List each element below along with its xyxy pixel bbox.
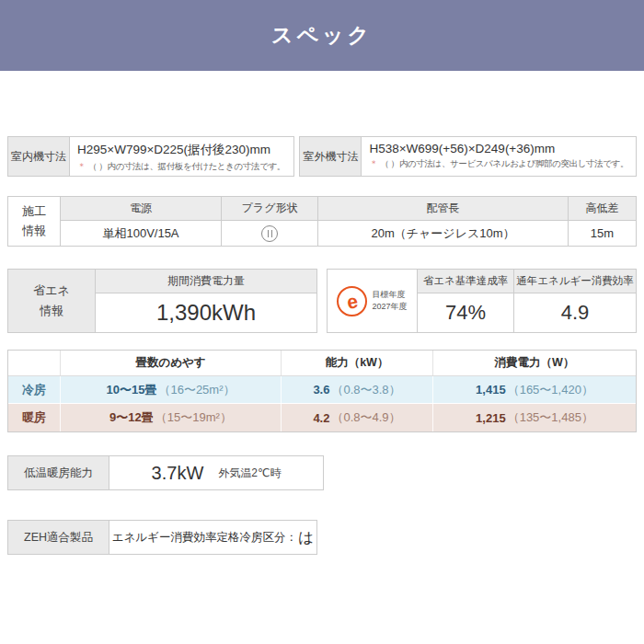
heating-row: 暖房 9〜12畳（15〜19m²） 4.2（0.8〜4.9） 1,215（135…: [8, 404, 636, 431]
heating-tatami-cell: 9〜12畳（15〜19m²）: [61, 404, 282, 431]
achievement-rate-header: 省エネ基準達成率: [418, 270, 513, 293]
outdoor-dimensions-note: ＊（ ）内の寸法は、サービスパネルおよび脚部の突出し寸法です。: [369, 158, 628, 170]
period-consumption-value: 1,390kWh: [96, 293, 316, 332]
apf-value: 4.9: [514, 293, 636, 332]
page-title: スペック: [271, 21, 373, 50]
period-consumption-header: 期間消費電力量: [96, 270, 316, 293]
construction-label-line2: 情報: [22, 222, 46, 240]
cooling-row: 冷房 10〜15畳（16〜25m²） 3.6（0.8〜3.8） 1,415（16…: [8, 376, 636, 404]
spec-content: 室内機寸法 H295×W799×D225(据付後230)mm ＊（ ）内の寸法は…: [0, 136, 644, 555]
performance-table: 畳数のめやす 能力（kW） 消費電力（W） 冷房 10〜15畳（16〜25m²）…: [7, 350, 637, 432]
achievement-rate-value: 74%: [418, 293, 513, 332]
outdoor-dimensions-row: 室外機寸法 H538×W699(+56)×D249(+36)mm ＊（ ）内の寸…: [299, 136, 637, 177]
low-temp-heating-label: 低温暖房能力: [8, 456, 109, 489]
indoor-dimensions-row: 室内機寸法 H295×W799×D225(据付後230)mm ＊（ ）内の寸法は…: [7, 136, 294, 177]
cooling-power-value: 1,415: [476, 383, 506, 397]
target-year-value: 2027年度: [372, 302, 407, 311]
period-consumption-column: 期間消費電力量 1,390kWh: [96, 270, 316, 332]
apf-column: 通年エネルギー消費効率 4.9: [514, 270, 636, 332]
indoor-dimensions-value: H295×W799×D225(据付後230)mm: [77, 142, 286, 158]
plug-shape-cell: [222, 221, 318, 246]
indoor-dimensions-label: 室内機寸法: [8, 137, 70, 176]
capacity-header: 能力（kW）: [282, 351, 433, 375]
power-header: 消費電力（W）: [433, 351, 636, 375]
indoor-dimensions-note: ＊（ ）内の寸法は、据付板を付けたときの寸法です。: [77, 161, 286, 173]
dimensions-section: 室内機寸法 H295×W799×D225(据付後230)mm ＊（ ）内の寸法は…: [7, 136, 637, 177]
height-difference-value: 15m: [569, 221, 636, 246]
heating-power-cell: 1,215（135〜1,485）: [433, 404, 636, 431]
zeh-category-grade: は: [298, 527, 314, 548]
indoor-dimensions-note-text: （ ）内の寸法は、据付板を付けたときの寸法です。: [88, 161, 285, 171]
cooling-capacity-range: （0.8〜3.8）: [331, 382, 400, 398]
outdoor-dimensions-label: 室外機寸法: [300, 137, 362, 176]
zeh-label: ZEH適合製品: [8, 521, 109, 554]
zeh-table: ZEH適合製品 エネルギー消費効率定格冷房区分： は: [7, 520, 317, 555]
heating-tatami-range: （15〜19m²）: [155, 409, 232, 426]
cooling-power-cell: 1,415（165〜1,420）: [433, 376, 636, 403]
energy-period-table: 省エネ 情報 期間消費電力量 1,390kWh: [7, 269, 317, 333]
heating-capacity-range: （0.8〜4.9）: [331, 409, 400, 426]
cooling-power-range: （165〜1,420）: [508, 382, 593, 398]
cooling-tatami-range: （16〜25m²）: [158, 382, 235, 398]
heating-power-value: 1,215: [476, 411, 506, 425]
indoor-dimensions-value-cell: H295×W799×D225(据付後230)mm ＊（ ）内の寸法は、据付板を付…: [70, 137, 293, 176]
plug-prongs-icon: [268, 230, 272, 237]
pipe-length-header: 配管長: [318, 197, 569, 221]
zeh-value-cell: エネルギー消費効率定格冷房区分： は: [109, 521, 316, 554]
low-temp-heating-value-cell: 3.7kW 外気温2℃時: [109, 456, 323, 489]
construction-info-label: 施工 情報: [8, 197, 61, 246]
outdoor-dimensions-note-text: （ ）内の寸法は、サービスパネルおよび脚部の突出し寸法です。: [381, 158, 628, 168]
heating-tatami-value: 9〜12畳: [109, 409, 154, 426]
construction-label-line1: 施工: [22, 202, 46, 221]
cooling-capacity-cell: 3.6（0.8〜3.8）: [282, 376, 433, 403]
energy-mark-cell: e 目標年度 2027年度: [328, 270, 418, 332]
note-asterisk-icon: ＊: [77, 161, 86, 171]
e-mark-letter: e: [345, 291, 359, 312]
power-supply-header: 電源: [61, 197, 222, 221]
energy-label-line1: 省エネ: [33, 281, 70, 301]
heating-row-label: 暖房: [8, 404, 61, 431]
low-temp-heating-table: 低温暖房能力 3.7kW 外気温2℃時: [7, 455, 324, 490]
apf-header: 通年エネルギー消費効率: [514, 270, 636, 293]
construction-columns: 電源 プラグ形状 配管長 高低差 単相100V/15A 20m（チャージレス10…: [61, 197, 636, 246]
page-header: スペック: [0, 0, 644, 71]
energy-label-line2: 情報: [40, 301, 63, 321]
low-temp-heating-value: 3.7kW: [152, 463, 204, 484]
outdoor-dimensions-value: H538×W699(+56)×D249(+36)mm: [369, 142, 628, 155]
cooling-tatami-cell: 10〜15畳（16〜25m²）: [61, 376, 282, 403]
heating-capacity-cell: 4.2（0.8〜4.9）: [282, 404, 433, 431]
cooling-tatami-value: 10〜15畳: [107, 382, 157, 398]
pipe-length-value: 20m（チャージレス10m）: [318, 221, 569, 246]
energy-saving-e-mark-icon: e: [337, 286, 367, 316]
cooling-row-label: 冷房: [8, 376, 61, 403]
low-temp-heating-condition: 外気温2℃時: [218, 466, 281, 481]
cooling-capacity-value: 3.6: [313, 383, 329, 397]
power-supply-value: 単相100V/15A: [61, 221, 222, 246]
outdoor-dimensions-value-cell: H538×W699(+56)×D249(+36)mm ＊（ ）内の寸法は、サービ…: [362, 137, 636, 176]
achievement-rate-column: 省エネ基準達成率 74%: [418, 270, 514, 332]
construction-info-table: 施工 情報 電源 プラグ形状 配管長 高低差 単相100V/15A 20m（チャ…: [7, 196, 637, 247]
energy-saving-section: 省エネ 情報 期間消費電力量 1,390kWh e 目標年度 2027年度 省エ…: [7, 269, 637, 333]
performance-header-row: 畳数のめやす 能力（kW） 消費電力（W）: [8, 351, 636, 376]
zeh-category-text: エネルギー消費効率定格冷房区分：: [112, 530, 297, 546]
heating-power-range: （135〜1,485）: [508, 409, 593, 426]
tatami-header: 畳数のめやす: [61, 351, 282, 375]
height-difference-header: 高低差: [569, 197, 636, 221]
plug-type-ii-icon: [261, 225, 278, 242]
performance-corner-cell: [8, 351, 61, 375]
target-year-label: 目標年度: [372, 290, 405, 299]
energy-mark-target-year: 目標年度 2027年度: [372, 289, 407, 314]
plug-shape-header: プラグ形状: [222, 197, 318, 221]
note-asterisk-icon: ＊: [369, 158, 377, 168]
energy-rating-table: e 目標年度 2027年度 省エネ基準達成率 74% 通年エネルギー消費効率 4…: [327, 269, 637, 333]
energy-saving-label: 省エネ 情報: [8, 270, 96, 332]
heating-capacity-value: 4.2: [313, 411, 329, 425]
